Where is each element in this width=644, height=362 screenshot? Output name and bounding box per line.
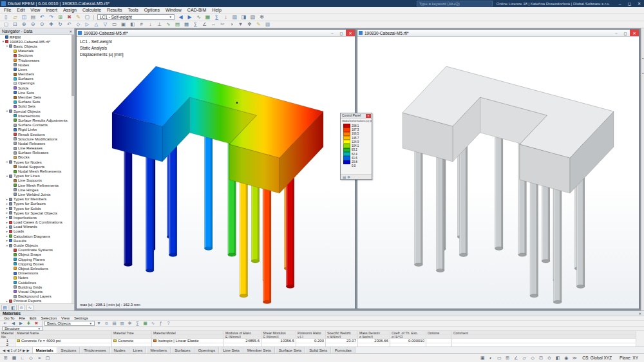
zoom-all-icon[interactable]: ⊙: [38, 21, 46, 28]
notes-tool-icon[interactable]: ✎: [254, 21, 263, 28]
wireframe-display-icon[interactable]: ▭: [110, 21, 118, 28]
sheet-tab-formulas[interactable]: Formulas: [332, 347, 355, 353]
delete-icon[interactable]: ✖: [65, 14, 73, 21]
edit-icon[interactable]: ✎: [74, 14, 82, 21]
visibility-mode-icon[interactable]: ◑: [227, 21, 236, 28]
ortho-toggle-icon[interactable]: ∟: [19, 356, 26, 360]
nav-item-types-for-surfaces[interactable]: ▸ Types for Surfaces: [0, 202, 71, 206]
mat-menu-file[interactable]: File: [17, 316, 28, 320]
nav-item-line-hinges[interactable]: Line Hinges: [0, 187, 71, 192]
nav-item-guidelines[interactable]: Guidelines: [0, 280, 71, 285]
sheet-tab-surface-sets[interactable]: Surface Sets: [276, 347, 305, 353]
nav-item-intersections[interactable]: Intersections: [0, 113, 71, 118]
table-calculator-icon[interactable]: ∑: [134, 321, 141, 326]
zoom-window-icon[interactable]: ⊡: [11, 21, 19, 28]
nav-item-printout-reports[interactable]: ▸ Printout Reports: [0, 299, 71, 303]
materials-panel-close-icon[interactable]: ✕: [638, 312, 641, 316]
nav-item-surfaces[interactable]: Surfaces: [0, 77, 71, 81]
menu-calculate[interactable]: Calculate: [80, 8, 104, 12]
control-panel-header[interactable]: Control Panel ✕: [341, 113, 372, 119]
redo-icon[interactable]: ↷: [47, 14, 55, 21]
calculate-icon[interactable]: ∑: [191, 21, 200, 28]
autohide-views-icon[interactable]: ◂: [641, 71, 644, 75]
menu-cad-bim[interactable]: CAD-BIM: [185, 8, 209, 12]
window-close-button[interactable]: ✕: [634, 0, 644, 7]
calculate-all-icon[interactable]: ∑: [213, 14, 221, 21]
nav-item-solid-sets[interactable]: Solid Sets: [0, 104, 71, 109]
user-settings-icon[interactable]: ✻: [245, 21, 254, 28]
section-cut-icon[interactable]: ✂: [218, 21, 227, 28]
zoom-out-icon[interactable]: ⊖: [29, 21, 37, 28]
navigator-tab-display[interactable]: ◧: [10, 305, 17, 310]
nav-item-types-for-special-objects[interactable]: ▸ Types for Special Objects: [0, 211, 71, 215]
table-next-row-icon[interactable]: ▶: [17, 321, 24, 326]
sheet-tab-surfaces[interactable]: Surfaces: [171, 347, 194, 353]
nav-item-line-releases[interactable]: Line Releases: [0, 146, 71, 151]
table-statistics-icon[interactable]: ∿: [149, 321, 156, 326]
nav-item-background-layers[interactable]: Background Layers: [0, 294, 71, 299]
pager-last-icon[interactable]: ▶: [27, 348, 30, 352]
panel-settings-tab-icon[interactable]: ✻: [347, 175, 350, 179]
nav-item-thicknesses[interactable]: Thicknesses: [0, 58, 71, 62]
table-first-row-icon[interactable]: ⇤: [2, 321, 9, 326]
full-screen-icon[interactable]: ⊙: [545, 356, 553, 361]
pan-view-icon[interactable]: ✚: [47, 21, 55, 28]
panel-toggle-icon[interactable]: ◨: [240, 14, 248, 21]
zoom-extent-icon[interactable]: ⊡: [537, 356, 545, 361]
nav-item-guide-objects[interactable]: ▾ Guide Objects: [0, 243, 71, 247]
navigator-tab-results[interactable]: ∿: [26, 305, 33, 310]
nav-item-result-sections[interactable]: Result Sections: [0, 132, 71, 137]
window-maximize-button[interactable]: ◻: [625, 0, 634, 7]
table-help-icon[interactable]: ?: [165, 321, 172, 326]
nav-item-surface-releases[interactable]: Surface Releases: [0, 151, 71, 155]
menu-results[interactable]: Results: [104, 8, 124, 12]
menu-help[interactable]: Help: [209, 8, 223, 12]
nav-item-types-for-lines[interactable]: ▾ Types for Lines: [0, 174, 71, 178]
materials-panel-header[interactable]: Materials ✕: [0, 311, 644, 316]
sheet-tab-line-sets[interactable]: Line Sets: [220, 347, 243, 353]
table-category-combo[interactable]: Structure ▼: [2, 327, 43, 331]
child-close-button[interactable]: ✕: [346, 30, 355, 36]
pager-next-icon[interactable]: ▶: [23, 348, 25, 352]
display-axes-icon[interactable]: ∠: [512, 356, 520, 361]
nav-item-model[interactable]: ▾ 190830-Cabezal-M5.rfi*: [0, 39, 71, 44]
menu-assign[interactable]: Assign: [61, 8, 79, 12]
nav-item-line-sets[interactable]: Line Sets: [0, 90, 71, 95]
nav-item-members[interactable]: Members: [0, 72, 71, 77]
nav-item-line-supports[interactable]: Line Supports: [0, 178, 71, 183]
nav-item-load-cases-combinations[interactable]: ▸ Load Cases & Combinations: [0, 220, 71, 225]
show-deformation-icon[interactable]: ∿: [164, 21, 173, 28]
nav-item-nodal-mesh-refinements[interactable]: Nodal Mesh Refinements: [0, 169, 71, 173]
view-along-x-icon[interactable]: ▷: [83, 21, 91, 28]
work-plane-icon[interactable]: ▱: [520, 356, 528, 361]
nav-item-surface-sets[interactable]: Surface Sets: [0, 100, 71, 104]
loads-display-icon[interactable]: ↓: [222, 14, 230, 21]
nav-item-solids[interactable]: Solids: [0, 86, 71, 90]
undo-icon[interactable]: ↶: [38, 14, 46, 21]
panel-color-scale-tab-icon[interactable]: ▤: [343, 175, 346, 179]
print-graphic-icon[interactable]: ▤: [29, 14, 37, 21]
edit-mode-icon[interactable]: ▢: [2, 21, 10, 28]
child-minimize-button[interactable]: –: [328, 30, 337, 36]
copy-icon[interactable]: ⊞: [56, 14, 64, 21]
nav-item-imperfections[interactable]: ▸ Imperfections: [0, 215, 71, 220]
mat-menu-selection[interactable]: Selection: [39, 316, 59, 320]
nav-item-sections[interactable]: Sections: [0, 53, 71, 58]
pager-first-icon[interactable]: ◀: [3, 348, 5, 352]
new-model-icon[interactable]: ▯: [2, 14, 10, 21]
nav-item-nodes[interactable]: Nodes: [0, 62, 71, 67]
navigator-tab-views[interactable]: ⊙: [18, 305, 25, 310]
snap-toggle-icon[interactable]: ⊞: [2, 356, 10, 361]
menu-insert[interactable]: Insert: [43, 8, 60, 12]
nav-item-rigid-links[interactable]: Rigid Links: [0, 128, 71, 132]
measure-icon[interactable]: ∠: [200, 21, 209, 28]
nav-item-calculation-diagrams[interactable]: ▸ Calculation Diagrams: [0, 234, 71, 238]
snap-settings-icon[interactable]: ◇: [529, 356, 536, 361]
object-snap-toggle-icon[interactable]: ◇: [27, 356, 35, 361]
control-panel-close-icon[interactable]: ✕: [366, 114, 371, 118]
window-minimize-button[interactable]: –: [615, 0, 625, 7]
child-close-button[interactable]: ✕: [630, 30, 639, 36]
select-special-icon[interactable]: ▢: [83, 14, 91, 21]
results-viewport[interactable]: LC1 - Self-weight Static Analysis Displa…: [77, 37, 355, 309]
table-export-icon[interactable]: ▤: [111, 321, 118, 326]
